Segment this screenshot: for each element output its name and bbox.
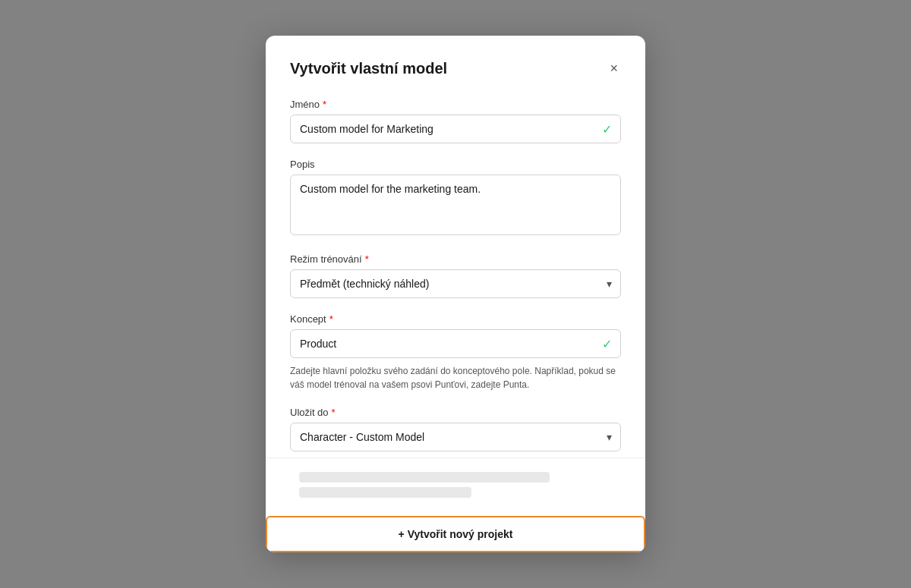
dropdown-open-area [266, 458, 645, 516]
description-label: Popis [290, 159, 621, 170]
concept-input[interactable] [290, 329, 621, 358]
training-mode-field-group: Režim trénování * Předmět (technický náh… [290, 253, 621, 298]
save-to-select[interactable]: Character - Custom Model [290, 423, 621, 451]
concept-check-icon: ✓ [602, 337, 612, 351]
name-label: Jméno * [290, 99, 621, 110]
name-field-group: Jméno * ✓ [290, 99, 621, 143]
dropdown-items [290, 458, 621, 516]
save-to-required: * [332, 407, 336, 418]
save-to-label: Uložit do * [290, 407, 621, 418]
training-mode-label: Režim trénování * [290, 253, 621, 265]
modal-title: Vytvořit vlastní model [290, 60, 447, 77]
concept-field-group: Koncept * ✓ Zadejte hlavní položku svého… [290, 313, 621, 391]
dialog: Vytvořit vlastní model × Jméno * ✓ Popis… [266, 36, 645, 552]
dropdown-skeleton-item-1 [290, 464, 621, 510]
save-to-select-wrapper: Character - Custom Model ▾ [290, 423, 621, 451]
skeleton-line-short [299, 487, 471, 498]
name-required: * [323, 99, 326, 110]
close-button[interactable]: × [607, 60, 621, 77]
modal-footer: + Vytvořit nový projekt [266, 516, 645, 552]
concept-required: * [329, 313, 333, 325]
description-field-group: Popis Custom model for the marketing tea… [290, 159, 621, 238]
create-new-project-button[interactable]: + Vytvořit nový projekt [266, 516, 645, 552]
training-mode-select-wrapper: Předmět (technický náhled) ▾ [290, 269, 621, 298]
training-mode-required: * [365, 253, 369, 265]
modal-overlay: Vytvořit vlastní model × Jméno * ✓ Popis… [0, 0, 911, 588]
description-textarea[interactable]: Custom model for the marketing team. [290, 175, 621, 235]
skeleton-line-long [299, 472, 550, 483]
concept-hint-text: Zadejte hlavní položku svého zadání do k… [290, 364, 621, 391]
modal-header: Vytvořit vlastní model × [290, 60, 621, 77]
name-input[interactable] [290, 115, 621, 143]
name-check-icon: ✓ [602, 122, 612, 137]
training-mode-select[interactable]: Předmět (technický náhled) [290, 269, 621, 298]
name-input-wrapper: ✓ [290, 115, 621, 143]
concept-label: Koncept * [290, 313, 621, 325]
save-to-field-group: Uložit do * Character - Custom Model ▾ [290, 407, 621, 451]
concept-input-wrapper: ✓ [290, 329, 621, 358]
